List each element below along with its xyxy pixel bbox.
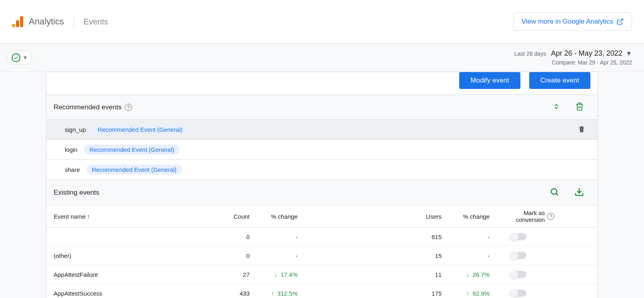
cell-event-name: AppAttestFailure — [54, 271, 202, 278]
panel-actions: Modify event Create event — [46, 72, 598, 95]
breadcrumb: Events — [84, 17, 108, 26]
filter-bar: ▼ Last 28 days Apr 26 - May 23, 2022 ▼ C… — [0, 44, 644, 72]
recommended-event-name: login — [65, 146, 78, 153]
recommended-event-name: sign_up — [65, 126, 86, 133]
col-event-name[interactable]: Event name ↑ — [54, 213, 202, 220]
trash-icon — [575, 102, 584, 111]
cell-change-count: ↑312.5% — [250, 290, 302, 297]
svg-line-2 — [556, 194, 558, 195]
cell-count: 0 — [202, 234, 250, 240]
cell-change-users: - — [442, 252, 494, 259]
cell-count: 27 — [202, 271, 250, 278]
arrow-up-icon: ↑ — [466, 290, 470, 297]
chevron-down-icon: ▼ — [626, 50, 632, 57]
col-users[interactable]: Users — [302, 213, 442, 220]
col-change-count[interactable]: % change — [250, 213, 302, 220]
cell-users: 175 — [302, 290, 442, 297]
arrow-down-icon: ↓ — [466, 271, 470, 278]
open-external-icon — [616, 18, 624, 25]
table-body: 0-615-(other)0-15-AppAttestFailure27↓17.… — [46, 228, 598, 298]
conversion-toggle[interactable] — [510, 271, 526, 278]
help-icon[interactable]: ? — [547, 213, 554, 220]
download-button[interactable] — [573, 185, 586, 199]
table-row[interactable]: AppAttestSuccess433↑312.5%175↑82.9% — [46, 284, 598, 298]
cell-change-count: ↓17.4% — [250, 271, 302, 278]
view-more-label: View more in Google Analytics — [522, 18, 613, 26]
status-filter-chip[interactable]: ▼ — [7, 50, 32, 65]
delete-all-button[interactable] — [574, 101, 586, 114]
recommended-title: Recommended events — [54, 103, 122, 111]
recommended-badge: Recommended Event (General) — [92, 125, 188, 135]
modify-event-button[interactable]: Modify event — [459, 72, 520, 89]
search-button[interactable] — [548, 185, 561, 199]
svg-point-1 — [551, 189, 557, 194]
col-count[interactable]: Count — [202, 213, 250, 220]
table-row[interactable]: AppAttestFailure27↓17.4%11↓26.7% — [46, 265, 598, 284]
trash-icon — [578, 125, 586, 133]
cell-change-users: ↓26.7% — [442, 271, 494, 278]
cell-count: 0 — [202, 252, 250, 259]
divider — [74, 16, 74, 27]
create-event-button[interactable]: Create event — [529, 72, 590, 89]
brand-label: Analytics — [29, 16, 64, 27]
cell-count: 433 — [202, 290, 250, 297]
recommended-list: sign_upRecommended Event (General)loginR… — [46, 120, 598, 180]
date-compare-label: Compare: Mar 29 - Apr 25, 2022 — [514, 59, 632, 66]
help-icon[interactable]: ? — [125, 104, 132, 111]
cell-event-name: AppAttestSuccess — [54, 290, 202, 297]
table-header: Event name ↑ Count % change Users % chan… — [46, 205, 598, 228]
brand-block: Analytics Events — [12, 16, 108, 27]
recommended-row[interactable]: sign_upRecommended Event (General) — [46, 120, 598, 140]
cell-change-users: - — [442, 234, 494, 240]
download-icon — [574, 187, 584, 197]
sort-icon — [553, 103, 560, 111]
top-bar: Analytics Events View more in Google Ana… — [0, 0, 644, 44]
cell-users: 11 — [302, 271, 442, 278]
cell-users: 615 — [302, 234, 442, 240]
col-mark-conversion: Mark as conversion ? — [494, 209, 590, 223]
sort-toggle-button[interactable] — [551, 101, 562, 113]
arrow-up-icon: ↑ — [271, 290, 274, 297]
recommended-header: Recommended events ? — [46, 95, 598, 120]
recommended-row[interactable]: shareRecommended Event (General) — [46, 160, 598, 180]
sort-asc-icon: ↑ — [87, 213, 90, 219]
content-area: Modify event Create event Recommended ev… — [0, 72, 644, 298]
conversion-toggle[interactable] — [510, 233, 526, 240]
recommended-event-name: share — [65, 166, 80, 173]
period-label: Last 28 days — [514, 50, 546, 57]
existing-title: Existing events — [54, 189, 99, 197]
search-icon — [550, 187, 559, 197]
cell-users: 15 — [302, 252, 442, 259]
recommended-badge: Recommended Event (General) — [86, 165, 182, 175]
col-change-users[interactable]: % change — [442, 213, 494, 220]
check-circle-icon — [12, 53, 20, 62]
cell-event-name: (other) — [54, 252, 202, 259]
svg-line-0 — [620, 19, 623, 22]
conversion-toggle[interactable] — [510, 252, 526, 259]
recommended-row[interactable]: loginRecommended Event (General) — [46, 140, 598, 160]
analytics-logo-icon — [12, 16, 23, 27]
date-range-picker[interactable]: Last 28 days Apr 26 - May 23, 2022 ▼ Com… — [514, 49, 632, 66]
delete-row-button[interactable] — [578, 125, 586, 135]
table-row[interactable]: 0-615- — [46, 228, 598, 246]
events-panel: Modify event Create event Recommended ev… — [46, 72, 598, 298]
arrow-down-icon: ↓ — [274, 271, 278, 278]
view-more-button[interactable]: View more in Google Analytics — [513, 12, 632, 31]
recommended-badge: Recommended Event (General) — [84, 145, 180, 155]
cell-change-users: ↑82.9% — [442, 290, 494, 297]
cell-change-count: - — [250, 252, 302, 259]
table-row[interactable]: (other)0-15- — [46, 246, 598, 265]
chevron-down-icon: ▼ — [23, 55, 28, 60]
cell-change-count: - — [250, 234, 302, 240]
conversion-toggle[interactable] — [510, 290, 526, 297]
existing-header: Existing events — [46, 180, 598, 205]
date-range-label: Apr 26 - May 23, 2022 — [551, 49, 622, 57]
